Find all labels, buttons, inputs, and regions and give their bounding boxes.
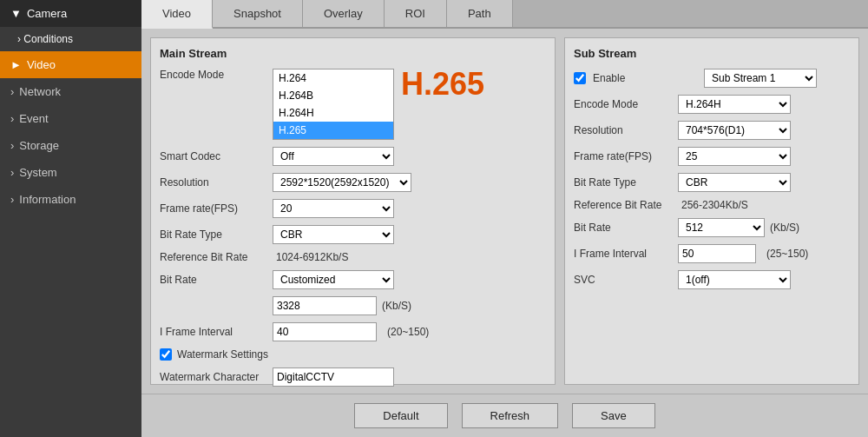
event-arrow-icon: › xyxy=(10,112,14,125)
ref-bit-rate-value: 1024-6912Kb/S xyxy=(276,251,348,263)
sub-iframe-row: I Frame Interval (25~150) xyxy=(574,244,850,263)
encode-option-h264[interactable]: H.264 xyxy=(273,70,393,87)
sub-encode-mode-row: Encode Mode H.264H xyxy=(574,95,850,114)
resolution-select[interactable]: 2592*1520(2592x1520) xyxy=(273,173,411,192)
enable-row: Enable Sub Stream 1 xyxy=(574,69,850,88)
svc-select[interactable]: 1(off) xyxy=(678,270,791,289)
sub-resolution-select[interactable]: 704*576(D1) xyxy=(678,121,791,140)
sub-bit-rate-label: Bit Rate xyxy=(574,222,678,234)
sub-iframe-inputs: (25~150) xyxy=(678,244,808,263)
storage-arrow-icon: › xyxy=(10,139,14,152)
fps-label: Frame rate(FPS) xyxy=(160,202,273,215)
watermark-row: Watermark Settings xyxy=(160,348,546,361)
video-arrow-icon: ► xyxy=(10,58,22,71)
smart-codec-label: Smart Codec xyxy=(160,150,273,162)
sub-iframe-label: I Frame Interval xyxy=(574,248,678,260)
smart-codec-row: Smart Codec Off xyxy=(160,147,546,166)
tab-roi[interactable]: ROI xyxy=(385,0,447,27)
sub-fps-row: Frame rate(FPS) 25 xyxy=(574,147,850,166)
tab-path[interactable]: Path xyxy=(447,0,513,27)
sidebar-item-video[interactable]: ► Video xyxy=(0,51,141,78)
sub-fps-label: Frame rate(FPS) xyxy=(574,150,678,162)
sub-encode-label: Encode Mode xyxy=(574,98,678,110)
watermark-checkbox[interactable] xyxy=(160,348,172,361)
sidebar: ▼ Camera › Conditions ► Video › Network … xyxy=(0,0,141,437)
resolution-label: Resolution xyxy=(160,176,273,189)
sub-ref-bit-rate-label: Reference Bit Rate xyxy=(574,199,678,211)
enable-stream-select[interactable]: Sub Stream 1 xyxy=(704,69,817,88)
main-area: Video Snapshot Overlay ROI Path Main Str… xyxy=(141,0,868,437)
sub-bit-rate-row: Bit Rate 512 (Kb/S) xyxy=(574,218,850,237)
sub-stream-panel: Sub Stream Enable Sub Stream 1 Encode Mo… xyxy=(564,37,859,385)
sub-iframe-input[interactable] xyxy=(678,244,756,263)
ref-bit-rate-row: Reference Bit Rate 1024-6912Kb/S xyxy=(160,251,546,263)
svc-label: SVC xyxy=(574,274,678,286)
default-button[interactable]: Default xyxy=(354,403,447,428)
sub-bit-rate-unit: (Kb/S) xyxy=(770,222,799,234)
tab-bar: Video Snapshot Overlay ROI Path xyxy=(141,0,868,29)
main-stream-title: Main Stream xyxy=(160,47,546,60)
bit-rate-select[interactable]: Customized xyxy=(273,270,394,289)
tab-video[interactable]: Video xyxy=(141,0,213,29)
smart-codec-select[interactable]: Off xyxy=(273,147,394,166)
iframe-range: (20~150) xyxy=(387,326,429,338)
iframe-inputs: (20~150) xyxy=(273,322,429,341)
encode-option-h264b[interactable]: H.264B xyxy=(273,87,393,104)
fps-row: Frame rate(FPS) 20 xyxy=(160,199,546,218)
sub-encode-select[interactable]: H.264H xyxy=(678,95,791,114)
save-button[interactable]: Save xyxy=(572,403,655,428)
ref-bit-rate-label: Reference Bit Rate xyxy=(160,251,273,263)
encode-mode-label: Encode Mode xyxy=(160,69,273,81)
enable-checkbox[interactable] xyxy=(574,72,586,84)
sub-bit-rate-type-label: Bit Rate Type xyxy=(574,176,678,189)
bit-rate-type-select[interactable]: CBR xyxy=(273,225,394,244)
tab-snapshot[interactable]: Snapshot xyxy=(213,0,303,27)
watermark-label: Watermark Settings xyxy=(177,348,268,361)
sub-stream-title: Sub Stream xyxy=(574,47,850,60)
encode-option-h264h[interactable]: H.264H xyxy=(273,104,393,122)
sub-ref-bit-rate-value: 256-2304Kb/S xyxy=(681,199,748,211)
enable-label: Enable xyxy=(593,72,697,84)
sub-ref-bit-rate-row: Reference Bit Rate 256-2304Kb/S xyxy=(574,199,850,211)
bit-rate-custom-row: (Kb/S) xyxy=(160,296,546,315)
fps-select[interactable]: 20 xyxy=(273,199,394,218)
watermark-char-input[interactable] xyxy=(273,367,394,387)
sidebar-item-network[interactable]: › Network xyxy=(0,78,141,105)
sidebar-header: ▼ Camera xyxy=(0,0,141,27)
resolution-row: Resolution 2592*1520(2592x1520) xyxy=(160,173,546,192)
content-area: Main Stream Encode Mode H.264 H.264B H.2… xyxy=(141,29,868,394)
sub-bit-rate-type-select[interactable]: CBR xyxy=(678,173,791,192)
sub-fps-select[interactable]: 25 xyxy=(678,147,791,166)
conditions-arrow-icon: › xyxy=(17,33,21,45)
main-stream-panel: Main Stream Encode Mode H.264 H.264B H.2… xyxy=(150,37,556,385)
sub-resolution-row: Resolution 704*576(D1) xyxy=(574,121,850,140)
encode-big-text: H.265 xyxy=(401,69,484,100)
encode-dropdown-list: H.264 H.264B H.264H H.265 xyxy=(273,69,394,140)
sidebar-item-event[interactable]: › Event xyxy=(0,105,141,132)
encode-options[interactable]: H.264 H.264B H.264H H.265 xyxy=(273,69,394,140)
system-arrow-icon: › xyxy=(10,166,14,179)
bit-rate-type-row: Bit Rate Type CBR xyxy=(160,225,546,244)
network-arrow-icon: › xyxy=(10,85,14,98)
sub-resolution-label: Resolution xyxy=(574,124,678,136)
tab-overlay[interactable]: Overlay xyxy=(303,0,385,27)
sidebar-item-conditions[interactable]: › Conditions xyxy=(0,27,141,51)
refresh-button[interactable]: Refresh xyxy=(462,403,559,428)
iframe-input[interactable] xyxy=(273,322,377,341)
sidebar-item-information[interactable]: › Information xyxy=(0,186,141,213)
bit-rate-custom-input[interactable] xyxy=(273,296,377,315)
sub-bit-rate-type-row: Bit Rate Type CBR xyxy=(574,173,850,192)
encode-option-h265[interactable]: H.265 xyxy=(273,122,393,139)
iframe-label: I Frame Interval xyxy=(160,326,273,338)
svc-row: SVC 1(off) xyxy=(574,270,850,289)
sub-bit-rate-select[interactable]: 512 xyxy=(678,218,765,237)
button-bar: Default Refresh Save xyxy=(141,394,868,437)
watermark-char-row: Watermark Character xyxy=(160,367,546,387)
bit-rate-label: Bit Rate xyxy=(160,274,273,286)
sidebar-camera-label: Camera xyxy=(27,7,67,20)
encode-mode-row: Encode Mode H.264 H.264B H.264H H.265 H.… xyxy=(160,69,546,140)
iframe-row: I Frame Interval (20~150) xyxy=(160,322,546,341)
watermark-char-label: Watermark Character xyxy=(160,371,273,383)
sidebar-item-system[interactable]: › System xyxy=(0,159,141,186)
sidebar-item-storage[interactable]: › Storage xyxy=(0,132,141,159)
